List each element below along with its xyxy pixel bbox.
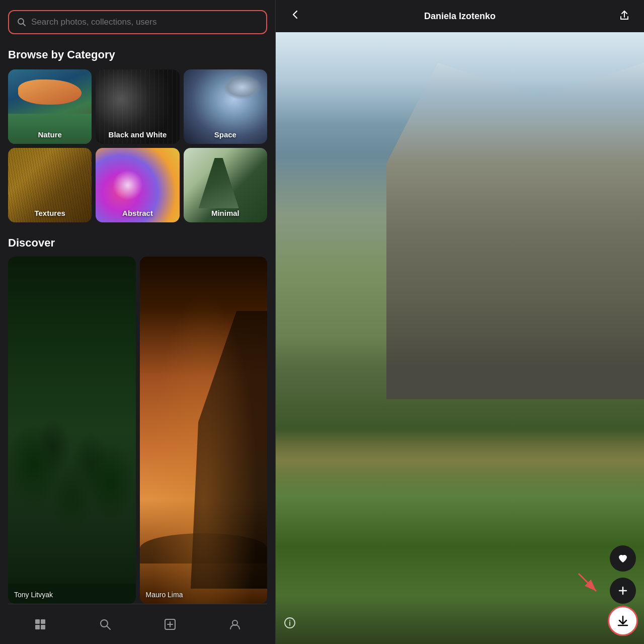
mauro-photo — [140, 257, 268, 604]
photo-author-title: Daniela Izotenko — [424, 11, 496, 22]
category-grid: Nature Black and White Space Textures Ab… — [8, 69, 267, 222]
svg-line-1 — [23, 24, 26, 26]
share-button[interactable] — [615, 6, 634, 27]
discover-title: Discover — [8, 236, 267, 250]
category-black-white[interactable]: Black and White — [96, 69, 179, 144]
nav-search[interactable] — [91, 614, 120, 635]
category-bw-label: Black and White — [96, 130, 179, 139]
download-button[interactable] — [608, 606, 638, 636]
category-nature-label: Nature — [8, 130, 92, 139]
like-button[interactable] — [610, 545, 636, 572]
section-browse: Browse by Category Nature Black and Whit… — [8, 48, 267, 236]
category-nature[interactable]: Nature — [8, 69, 92, 144]
category-space-label: Space — [184, 130, 267, 139]
svg-point-18 — [289, 620, 290, 621]
category-abstract-label: Abstract — [96, 209, 179, 217]
category-space[interactable]: Space — [184, 69, 267, 144]
category-textures-label: Textures — [8, 209, 92, 217]
mountain-photo — [276, 32, 644, 644]
tony-author: Tony Litvyak — [14, 591, 53, 599]
search-input[interactable] — [31, 17, 258, 27]
right-header: Daniela Izotenko — [276, 0, 644, 32]
right-panel: Daniela Izotenko — [276, 0, 644, 644]
category-minimal-label: Minimal — [184, 209, 267, 217]
browse-title: Browse by Category — [8, 48, 267, 61]
photo-container — [276, 32, 644, 644]
tony-photo — [8, 257, 136, 604]
search-icon — [17, 18, 26, 27]
svg-rect-2 — [35, 619, 40, 624]
svg-rect-4 — [35, 625, 40, 629]
discover-grid: Tony Litvyak Mauro Lima — [8, 257, 267, 604]
nav-profile[interactable] — [220, 614, 250, 635]
nav-add[interactable] — [155, 614, 185, 635]
photo-actions — [610, 545, 636, 604]
category-minimal[interactable]: Minimal — [184, 148, 267, 222]
discover-card-mauro[interactable]: Mauro Lima — [140, 257, 268, 604]
discover-card-tony[interactable]: Tony Litvyak — [8, 257, 136, 604]
category-textures[interactable]: Textures — [8, 148, 92, 222]
bottom-nav — [8, 604, 267, 644]
svg-line-7 — [107, 626, 110, 629]
svg-rect-5 — [41, 625, 45, 629]
category-abstract[interactable]: Abstract — [96, 148, 179, 222]
svg-rect-3 — [41, 619, 45, 624]
left-panel: Browse by Category Nature Black and Whit… — [0, 0, 276, 644]
flowers-layer — [276, 430, 644, 644]
search-bar[interactable] — [8, 10, 267, 34]
info-button[interactable] — [284, 617, 296, 632]
nav-home[interactable] — [26, 614, 55, 635]
mauro-author: Mauro Lima — [146, 591, 183, 599]
add-to-collection-button[interactable] — [610, 578, 636, 604]
section-discover: Discover Tony Litvyak Mauro Lima — [8, 236, 267, 604]
back-button[interactable] — [286, 5, 305, 27]
mauro-silhouette — [191, 311, 267, 589]
